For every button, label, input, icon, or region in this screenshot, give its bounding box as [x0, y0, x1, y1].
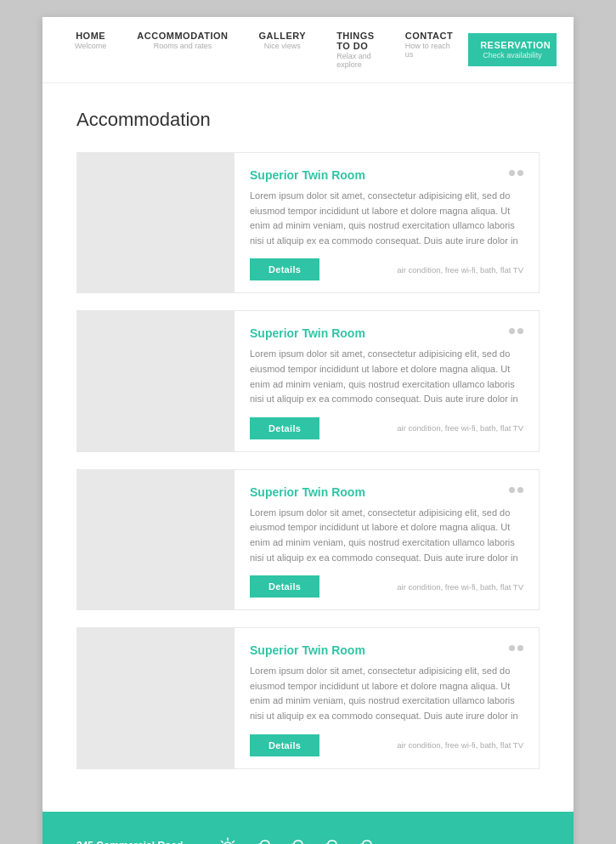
rain-icon [251, 837, 273, 845]
room-amenities: air condition, free wi-fi, bath, flat TV [397, 265, 523, 275]
footer-top: 245 Commercial Road EH6 78H, Chicago Ohi… [76, 837, 540, 845]
room-header: Superior Twin Room [250, 326, 523, 340]
room-footer: Details air condition, free wi-fi, bath,… [250, 575, 523, 598]
nav-things-sub: Relax and explore [336, 52, 375, 69]
nav-things-label: THINGS TO DO [336, 31, 375, 51]
room-dots [509, 487, 523, 493]
room-title: Superior Twin Room [250, 326, 365, 340]
room-footer: Details air condition, free wi-fi, bath,… [250, 417, 523, 439]
page-title: Accommodation [76, 109, 540, 131]
footer-street: 245 Commercial Road [76, 837, 183, 845]
nav-accommodation-label: ACCOMMODATION [137, 31, 228, 41]
room-image [77, 311, 235, 450]
weather-section: 28° Fri 28° Fri 28° Fri 28° Fri 28° Fri [217, 837, 375, 845]
room-card: Superior Twin Room Lorem ipsum dolor sit… [76, 627, 540, 768]
details-button[interactable]: Details [250, 258, 319, 280]
room-dots [509, 170, 523, 176]
reservation-button[interactable]: RESERVATION Check availability [468, 33, 557, 66]
nav-item-accommodation[interactable]: ACCOMMODATION Rooms and rates [122, 27, 243, 72]
room-description: Lorem ipsum dolor sit amet, consectetur … [250, 189, 523, 248]
room-title: Superior Twin Room [250, 168, 365, 182]
cloud-light-icon [319, 837, 341, 845]
room-dot [509, 328, 515, 334]
room-header: Superior Twin Room [250, 643, 523, 657]
nav-home-label: HOME [76, 31, 105, 41]
page-wrapper: HOME Welcome ACCOMMODATION Rooms and rat… [42, 17, 574, 844]
room-image [77, 153, 235, 292]
room-info: Superior Twin Room Lorem ipsum dolor sit… [235, 470, 539, 609]
weather-day: 28° Fri [217, 837, 239, 845]
svg-line-7 [233, 841, 235, 842]
room-dots [509, 645, 523, 651]
weather-day: 28° Fri [353, 837, 375, 845]
weather-day: 28° Fri [251, 837, 273, 845]
room-footer: Details air condition, free wi-fi, bath,… [250, 258, 523, 280]
room-card: Superior Twin Room Lorem ipsum dolor sit… [76, 310, 540, 451]
footer-address: 245 Commercial Road EH6 78H, Chicago Ohi… [76, 837, 183, 845]
room-info: Superior Twin Room Lorem ipsum dolor sit… [235, 153, 539, 292]
weather-day: 28° Fri [285, 837, 307, 845]
nav-contact-sub: How to reach us [405, 42, 453, 59]
room-description: Lorem ipsum dolor sit amet, consectetur … [250, 664, 523, 723]
room-info: Superior Twin Room Lorem ipsum dolor sit… [235, 628, 539, 768]
weather-day: 28° Fri [319, 837, 341, 845]
nav-gallery-sub: Nice views [264, 42, 301, 50]
room-dot [509, 170, 515, 176]
room-image [77, 628, 235, 768]
svg-line-5 [222, 841, 223, 842]
room-amenities: air condition, free wi-fi, bath, flat TV [397, 740, 523, 750]
room-description: Lorem ipsum dolor sit amet, consectetur … [250, 506, 523, 565]
details-button[interactable]: Details [250, 417, 319, 439]
main-content: Accommodation Superior Twin Room Lorem i… [42, 83, 574, 812]
nav-bar: HOME Welcome ACCOMMODATION Rooms and rat… [42, 17, 574, 83]
room-title: Superior Twin Room [250, 643, 365, 657]
room-description: Lorem ipsum dolor sit amet, consectetur … [250, 347, 523, 406]
room-dots [509, 328, 523, 334]
nav-home-sub: Welcome [75, 42, 106, 50]
nav-items: HOME Welcome ACCOMMODATION Rooms and rat… [59, 27, 468, 72]
reservation-label: RESERVATION [480, 40, 545, 50]
nav-item-contact[interactable]: CONTACT How to reach us [390, 27, 468, 72]
room-amenities: air condition, free wi-fi, bath, flat TV [397, 582, 523, 592]
sun-icon [217, 837, 239, 845]
room-title: Superior Twin Room [250, 485, 365, 499]
footer-green: 245 Commercial Road EH6 78H, Chicago Ohi… [42, 812, 574, 845]
room-amenities: air condition, free wi-fi, bath, flat TV [397, 423, 523, 433]
nav-item-gallery[interactable]: GALLERY Nice views [243, 27, 321, 72]
room-dot [517, 487, 523, 493]
room-card: Superior Twin Room Lorem ipsum dolor sit… [76, 152, 540, 293]
details-button[interactable]: Details [250, 734, 319, 756]
room-dot [509, 645, 515, 651]
nav-gallery-label: GALLERY [258, 31, 306, 41]
nav-accommodation-sub: Rooms and rates [154, 42, 212, 50]
room-info: Superior Twin Room Lorem ipsum dolor sit… [235, 311, 539, 450]
room-dot [517, 328, 523, 334]
nav-item-things[interactable]: THINGS TO DO Relax and explore [321, 27, 390, 72]
nav-item-home[interactable]: HOME Welcome [59, 27, 122, 72]
room-dot [517, 645, 523, 651]
room-footer: Details air condition, free wi-fi, bath,… [250, 734, 523, 756]
cloud-icon [285, 837, 307, 845]
room-dot [509, 487, 515, 493]
room-cards-container: Superior Twin Room Lorem ipsum dolor sit… [76, 152, 540, 769]
room-dot [517, 170, 523, 176]
nav-contact-label: CONTACT [405, 31, 453, 41]
room-card: Superior Twin Room Lorem ipsum dolor sit… [76, 469, 540, 610]
room-header: Superior Twin Room [250, 168, 523, 182]
details-button[interactable]: Details [250, 575, 319, 598]
room-image [77, 470, 235, 609]
reservation-sub: Check availability [480, 51, 545, 59]
room-header: Superior Twin Room [250, 485, 523, 499]
snow-icon [353, 837, 375, 845]
